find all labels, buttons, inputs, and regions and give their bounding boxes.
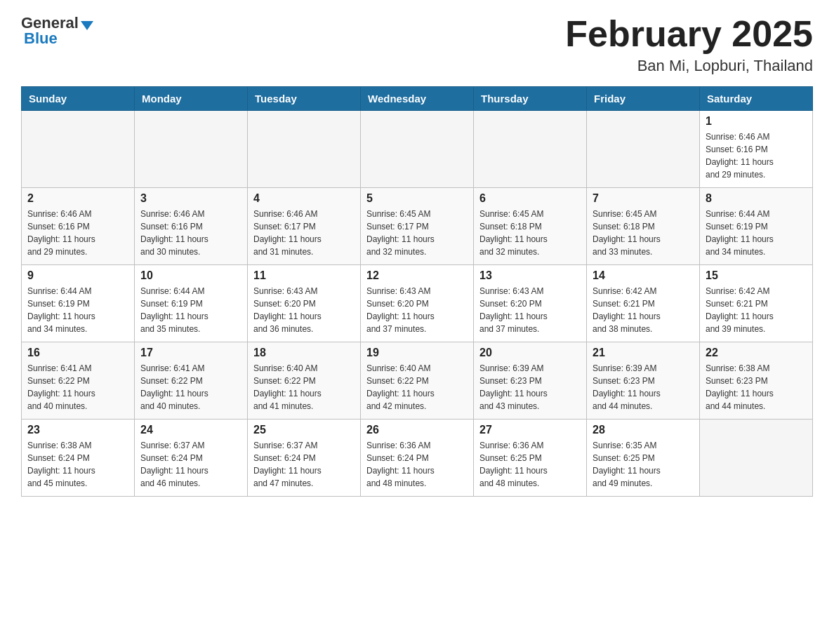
- day-number: 1: [706, 115, 807, 128]
- day-info: Sunrise: 6:36 AM Sunset: 6:25 PM Dayligh…: [479, 439, 581, 490]
- day-number: 9: [27, 269, 128, 282]
- calendar-cell: 16Sunrise: 6:41 AM Sunset: 6:22 PM Dayli…: [22, 342, 135, 420]
- day-number: 18: [253, 347, 355, 359]
- day-number: 8: [706, 192, 807, 205]
- calendar-cell: 24Sunrise: 6:37 AM Sunset: 6:24 PM Dayli…: [135, 420, 248, 497]
- day-info: Sunrise: 6:44 AM Sunset: 6:19 PM Dayligh…: [140, 285, 241, 335]
- calendar-cell: 26Sunrise: 6:36 AM Sunset: 6:24 PM Dayli…: [361, 420, 474, 497]
- day-header-tuesday: Tuesday: [248, 87, 361, 111]
- day-info: Sunrise: 6:40 AM Sunset: 6:22 PM Dayligh…: [253, 362, 355, 412]
- day-number: 19: [366, 347, 468, 359]
- calendar-body: 1Sunrise: 6:46 AM Sunset: 6:16 PM Daylig…: [22, 111, 813, 497]
- calendar-cell: 15Sunrise: 6:42 AM Sunset: 6:21 PM Dayli…: [700, 265, 813, 342]
- day-number: 6: [479, 192, 581, 205]
- calendar-cell: 28Sunrise: 6:35 AM Sunset: 6:25 PM Dayli…: [587, 420, 700, 497]
- calendar-cell: 8Sunrise: 6:44 AM Sunset: 6:19 PM Daylig…: [700, 188, 813, 265]
- calendar-cell: 14Sunrise: 6:42 AM Sunset: 6:21 PM Dayli…: [587, 265, 700, 342]
- calendar-week-2: 2Sunrise: 6:46 AM Sunset: 6:16 PM Daylig…: [22, 188, 813, 265]
- calendar-week-1: 1Sunrise: 6:46 AM Sunset: 6:16 PM Daylig…: [22, 111, 813, 188]
- day-info: Sunrise: 6:43 AM Sunset: 6:20 PM Dayligh…: [253, 285, 355, 335]
- day-info: Sunrise: 6:44 AM Sunset: 6:19 PM Dayligh…: [706, 208, 807, 258]
- day-number: 24: [140, 424, 241, 436]
- day-number: 4: [253, 192, 355, 205]
- day-number: 28: [593, 424, 694, 436]
- day-info: Sunrise: 6:38 AM Sunset: 6:24 PM Dayligh…: [27, 439, 128, 490]
- logo: General Blue: [21, 14, 93, 48]
- day-info: Sunrise: 6:44 AM Sunset: 6:19 PM Dayligh…: [27, 285, 128, 335]
- calendar-cell: 20Sunrise: 6:39 AM Sunset: 6:23 PM Dayli…: [474, 342, 587, 420]
- calendar-header-row: SundayMondayTuesdayWednesdayThursdayFrid…: [22, 87, 813, 111]
- day-number: 12: [366, 269, 468, 282]
- calendar-cell: 7Sunrise: 6:45 AM Sunset: 6:18 PM Daylig…: [587, 188, 700, 265]
- day-info: Sunrise: 6:43 AM Sunset: 6:20 PM Dayligh…: [479, 285, 581, 335]
- day-number: 16: [27, 347, 128, 359]
- day-info: Sunrise: 6:42 AM Sunset: 6:21 PM Dayligh…: [706, 285, 807, 335]
- day-header-saturday: Saturday: [700, 87, 813, 111]
- calendar-cell: 17Sunrise: 6:41 AM Sunset: 6:22 PM Dayli…: [135, 342, 248, 420]
- calendar-cell: [361, 111, 474, 188]
- day-number: 2: [27, 192, 128, 205]
- day-number: 26: [366, 424, 468, 436]
- calendar-cell: 1Sunrise: 6:46 AM Sunset: 6:16 PM Daylig…: [700, 111, 813, 188]
- day-info: Sunrise: 6:46 AM Sunset: 6:17 PM Dayligh…: [253, 208, 355, 258]
- day-number: 23: [27, 424, 128, 436]
- day-info: Sunrise: 6:37 AM Sunset: 6:24 PM Dayligh…: [140, 439, 241, 490]
- day-info: Sunrise: 6:40 AM Sunset: 6:22 PM Dayligh…: [366, 362, 468, 412]
- day-info: Sunrise: 6:38 AM Sunset: 6:23 PM Dayligh…: [706, 362, 807, 412]
- calendar-cell: [474, 111, 587, 188]
- day-info: Sunrise: 6:45 AM Sunset: 6:17 PM Dayligh…: [366, 208, 468, 258]
- subtitle: Ban Mi, Lopburi, Thailand: [565, 57, 813, 75]
- calendar-cell: 6Sunrise: 6:45 AM Sunset: 6:18 PM Daylig…: [474, 188, 587, 265]
- day-header-friday: Friday: [587, 87, 700, 111]
- day-info: Sunrise: 6:46 AM Sunset: 6:16 PM Dayligh…: [140, 208, 241, 258]
- day-info: Sunrise: 6:39 AM Sunset: 6:23 PM Dayligh…: [479, 362, 581, 412]
- day-number: 11: [253, 269, 355, 282]
- day-info: Sunrise: 6:46 AM Sunset: 6:16 PM Dayligh…: [706, 130, 807, 181]
- day-info: Sunrise: 6:37 AM Sunset: 6:24 PM Dayligh…: [253, 439, 355, 490]
- day-number: 5: [366, 192, 468, 205]
- main-title: February 2025: [565, 14, 813, 54]
- calendar-cell: 5Sunrise: 6:45 AM Sunset: 6:17 PM Daylig…: [361, 188, 474, 265]
- calendar-cell: 23Sunrise: 6:38 AM Sunset: 6:24 PM Dayli…: [22, 420, 135, 497]
- day-header-thursday: Thursday: [474, 87, 587, 111]
- calendar-cell: 25Sunrise: 6:37 AM Sunset: 6:24 PM Dayli…: [248, 420, 361, 497]
- day-number: 13: [479, 269, 581, 282]
- calendar-cell: 3Sunrise: 6:46 AM Sunset: 6:16 PM Daylig…: [135, 188, 248, 265]
- calendar-cell: 19Sunrise: 6:40 AM Sunset: 6:22 PM Dayli…: [361, 342, 474, 420]
- day-number: 10: [140, 269, 241, 282]
- calendar-cell: 4Sunrise: 6:46 AM Sunset: 6:17 PM Daylig…: [248, 188, 361, 265]
- calendar-cell: 18Sunrise: 6:40 AM Sunset: 6:22 PM Dayli…: [248, 342, 361, 420]
- day-info: Sunrise: 6:46 AM Sunset: 6:16 PM Dayligh…: [27, 208, 128, 258]
- page-header: General Blue February 2025 Ban Mi, Lopbu…: [21, 14, 813, 75]
- calendar-week-3: 9Sunrise: 6:44 AM Sunset: 6:19 PM Daylig…: [22, 265, 813, 342]
- day-info: Sunrise: 6:45 AM Sunset: 6:18 PM Dayligh…: [593, 208, 694, 258]
- calendar-week-4: 16Sunrise: 6:41 AM Sunset: 6:22 PM Dayli…: [22, 342, 813, 420]
- calendar-cell: [700, 420, 813, 497]
- day-header-monday: Monday: [135, 87, 248, 111]
- calendar-cell: 27Sunrise: 6:36 AM Sunset: 6:25 PM Dayli…: [474, 420, 587, 497]
- logo-arrow-icon: [81, 21, 93, 30]
- day-number: 20: [479, 347, 581, 359]
- calendar-table: SundayMondayTuesdayWednesdayThursdayFrid…: [21, 86, 813, 497]
- calendar-cell: 10Sunrise: 6:44 AM Sunset: 6:19 PM Dayli…: [135, 265, 248, 342]
- day-number: 7: [593, 192, 694, 205]
- day-info: Sunrise: 6:39 AM Sunset: 6:23 PM Dayligh…: [593, 362, 694, 412]
- day-info: Sunrise: 6:42 AM Sunset: 6:21 PM Dayligh…: [593, 285, 694, 335]
- calendar-week-5: 23Sunrise: 6:38 AM Sunset: 6:24 PM Dayli…: [22, 420, 813, 497]
- day-number: 17: [140, 347, 241, 359]
- day-number: 14: [593, 269, 694, 282]
- title-block: February 2025 Ban Mi, Lopburi, Thailand: [565, 14, 813, 75]
- day-number: 3: [140, 192, 241, 205]
- day-info: Sunrise: 6:41 AM Sunset: 6:22 PM Dayligh…: [140, 362, 241, 412]
- calendar-cell: 9Sunrise: 6:44 AM Sunset: 6:19 PM Daylig…: [22, 265, 135, 342]
- calendar-cell: [248, 111, 361, 188]
- calendar-cell: 13Sunrise: 6:43 AM Sunset: 6:20 PM Dayli…: [474, 265, 587, 342]
- calendar-cell: 22Sunrise: 6:38 AM Sunset: 6:23 PM Dayli…: [700, 342, 813, 420]
- day-info: Sunrise: 6:36 AM Sunset: 6:24 PM Dayligh…: [366, 439, 468, 490]
- calendar-cell: 21Sunrise: 6:39 AM Sunset: 6:23 PM Dayli…: [587, 342, 700, 420]
- calendar-cell: [587, 111, 700, 188]
- day-number: 15: [706, 269, 807, 282]
- day-number: 22: [706, 347, 807, 359]
- calendar-cell: [135, 111, 248, 188]
- day-header-wednesday: Wednesday: [361, 87, 474, 111]
